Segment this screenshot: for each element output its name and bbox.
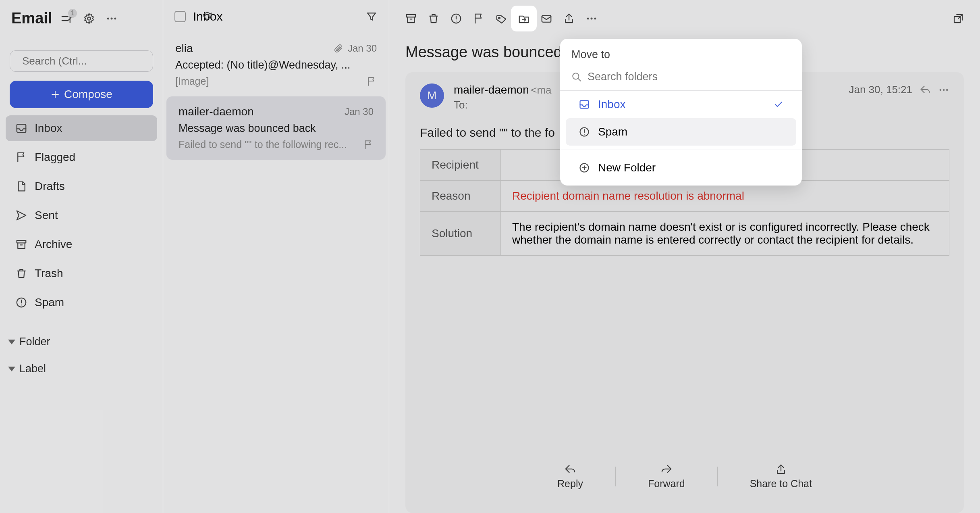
label-button[interactable] xyxy=(491,8,512,29)
move-to-icon xyxy=(518,13,530,25)
message-toolbar xyxy=(389,0,980,37)
list-title: Inbox xyxy=(193,10,331,23)
svg-point-16 xyxy=(940,89,942,91)
document-icon xyxy=(15,180,27,192)
move-to-button[interactable] xyxy=(513,8,534,29)
from-email: <ma xyxy=(531,84,551,96)
flag-icon[interactable] xyxy=(366,76,377,87)
reply-button[interactable]: Reply xyxy=(525,463,615,490)
svg-rect-6 xyxy=(17,240,26,243)
forward-button[interactable]: Forward xyxy=(616,463,717,490)
plus-circle-icon xyxy=(579,162,590,173)
share-button[interactable] xyxy=(559,8,579,29)
svg-rect-20 xyxy=(580,101,589,108)
message-list-pane: Inbox elia Jan 30 Accepted: (No title)@W… xyxy=(163,0,389,513)
settings-button[interactable] xyxy=(81,10,97,27)
popup-folder-inbox[interactable]: Inbox xyxy=(566,91,796,118)
svg-point-0 xyxy=(88,17,91,20)
message-subject: Message was bounced back xyxy=(179,122,374,135)
trash-icon xyxy=(428,13,440,25)
plus-icon xyxy=(50,90,60,99)
svg-point-3 xyxy=(114,17,116,19)
svg-point-18 xyxy=(946,89,948,91)
message-preview: Failed to send "" to the following rec..… xyxy=(179,139,358,150)
popup-title: Move to xyxy=(560,39,802,67)
svg-point-17 xyxy=(943,89,945,91)
nav-sent[interactable]: Sent xyxy=(6,202,157,228)
nav-flagged[interactable]: Flagged xyxy=(6,144,157,170)
search-input[interactable] xyxy=(22,55,153,67)
inbox-icon xyxy=(15,122,27,134)
ellipsis-icon xyxy=(106,13,118,25)
archive-icon xyxy=(15,238,27,250)
popout-button[interactable] xyxy=(948,8,969,29)
label-section[interactable]: Label xyxy=(5,357,158,381)
ellipsis-icon[interactable] xyxy=(938,84,949,96)
share-icon xyxy=(563,13,575,25)
nav-archive[interactable]: Archive xyxy=(6,231,157,257)
spam-button[interactable] xyxy=(446,8,467,29)
reply-icon[interactable] xyxy=(920,84,931,96)
move-to-popup: Move to Inbox Spam New Folder xyxy=(560,39,802,186)
search-box[interactable] xyxy=(10,50,153,72)
nav-inbox[interactable]: Inbox xyxy=(6,115,157,141)
sort-toggle-button[interactable]: 1 xyxy=(58,10,75,27)
svg-point-13 xyxy=(591,18,593,20)
filter-icon[interactable] xyxy=(365,10,378,23)
caret-down-icon xyxy=(8,340,15,344)
share-to-chat-button[interactable]: Share to Chat xyxy=(718,463,844,490)
from-name: mailer-daemon xyxy=(454,83,529,96)
reply-icon xyxy=(564,463,576,475)
ellipsis-icon xyxy=(586,13,598,25)
nav-spam[interactable]: Spam xyxy=(6,290,157,315)
spam-icon xyxy=(15,296,27,309)
message-timestamp: Jan 30, 15:21 xyxy=(849,83,912,96)
message-item[interactable]: mailer-daemon Jan 30 Message was bounced… xyxy=(166,96,386,160)
nav-trash[interactable]: Trash xyxy=(6,261,157,286)
svg-point-14 xyxy=(594,18,596,20)
refresh-icon[interactable] xyxy=(201,10,213,23)
popout-icon xyxy=(952,13,964,25)
compose-button[interactable]: Compose xyxy=(10,81,153,108)
svg-point-1 xyxy=(107,17,109,19)
popup-folder-spam[interactable]: Spam xyxy=(566,118,796,146)
gear-icon xyxy=(83,13,95,25)
message-sender: mailer-daemon xyxy=(179,105,340,118)
svg-rect-5 xyxy=(17,124,26,132)
flag-button[interactable] xyxy=(468,8,489,29)
popup-search[interactable] xyxy=(560,67,802,91)
message-sender: elia xyxy=(175,42,328,55)
send-icon xyxy=(15,209,27,221)
svg-point-2 xyxy=(111,17,113,19)
mark-unread-button[interactable] xyxy=(536,8,557,29)
message-item[interactable]: elia Jan 30 Accepted: (No title)@Wednesd… xyxy=(163,33,389,96)
svg-rect-8 xyxy=(407,15,416,17)
message-date: Jan 30 xyxy=(345,106,374,117)
delete-button[interactable] xyxy=(423,8,444,29)
mail-icon xyxy=(540,13,552,25)
popup-search-input[interactable] xyxy=(588,71,791,83)
archive-icon xyxy=(405,13,417,25)
flag-icon xyxy=(473,13,485,25)
attachment-icon xyxy=(333,44,343,53)
sort-badge: 1 xyxy=(68,9,77,18)
forward-icon xyxy=(660,463,673,475)
share-icon xyxy=(775,463,787,475)
more-button[interactable] xyxy=(104,10,120,27)
app-title: Email xyxy=(11,10,52,27)
spam-icon xyxy=(450,13,462,25)
flag-icon[interactable] xyxy=(363,140,374,150)
message-preview: [Image] xyxy=(175,75,361,87)
svg-point-10 xyxy=(498,17,500,19)
inbox-icon xyxy=(579,99,590,110)
caret-down-icon xyxy=(8,367,15,371)
sidebar: Email 1 Compose Inbox xyxy=(0,0,163,513)
folder-section[interactable]: Folder xyxy=(5,330,158,354)
select-all-checkbox[interactable] xyxy=(174,11,186,22)
tag-icon xyxy=(495,13,507,25)
archive-button[interactable] xyxy=(401,8,421,29)
more-button[interactable] xyxy=(581,8,602,29)
check-icon xyxy=(774,100,783,109)
nav-drafts[interactable]: Drafts xyxy=(6,173,157,199)
popup-new-folder[interactable]: New Folder xyxy=(566,154,796,181)
